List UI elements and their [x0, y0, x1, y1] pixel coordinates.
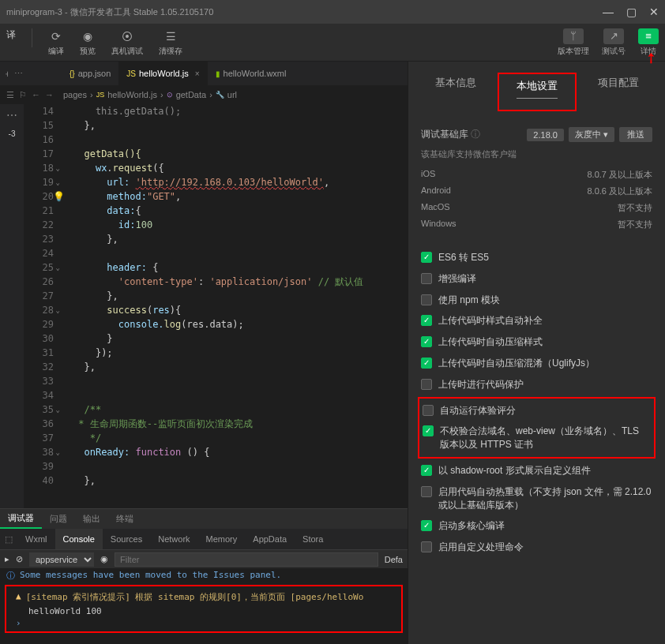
platform-row: MacOS暂不支持 [421, 200, 652, 216]
inspect-icon[interactable]: ⬚ [0, 534, 17, 545]
check-auto-compress[interactable]: 上传代码时自动压缩样式 [421, 331, 652, 353]
filter-input[interactable] [115, 552, 378, 567]
checkbox-icon [421, 294, 432, 305]
close-icon[interactable]: ✕ [649, 6, 659, 18]
eye-icon: ◉ [80, 28, 96, 44]
tab-sources[interactable]: Sources [103, 529, 150, 549]
config-icon[interactable]: ⋯ [14, 69, 23, 79]
annotation-box: ▲ [sitemap 索引情况提示] 根据 sitemap 的规则[0]，当前页… [5, 585, 403, 633]
chevron-right-icon: › [90, 90, 93, 99]
check-custom-cmd[interactable]: 启用自定义处理命令 [421, 537, 652, 558]
preview-button[interactable]: ◉ 预览 [80, 28, 96, 57]
check-protect[interactable]: 上传时进行代码保护 [421, 374, 652, 395]
tab-wxml[interactable]: Wxml [17, 529, 55, 549]
check-uglify[interactable]: 上传代码时自动压缩混淆（UglifyJs） [421, 353, 652, 374]
divider [32, 28, 32, 47]
code-content[interactable]: this.getData(); }, getData(){ wx.request… [58, 104, 408, 508]
clear-cache-button[interactable]: ☰ 清缓存 [159, 28, 182, 57]
context-select[interactable]: appservice [29, 552, 94, 567]
more-icon[interactable]: ⋯ [6, 109, 17, 122]
gray-select[interactable]: 灰度中 ▾ [569, 127, 614, 142]
version-button[interactable]: ᛘ 版本管理 [558, 28, 589, 57]
forward-icon[interactable]: → [45, 90, 54, 100]
tab-local-settings[interactable]: 本地设置 [498, 73, 577, 111]
collapse-icon[interactable]: ⫞ [5, 69, 9, 78]
bookmark-icon[interactable]: ⚐ [19, 90, 27, 100]
push-button[interactable]: 推送 [619, 127, 652, 142]
fold-icon[interactable]: ⌄ [56, 445, 60, 459]
fold-icon[interactable]: ⌄ [56, 303, 60, 317]
tab-basic-info[interactable]: 基本信息 [429, 73, 483, 111]
details-button[interactable]: ≡ 详情 [638, 28, 659, 57]
tab-memory[interactable]: Memory [198, 529, 246, 549]
check-hot-reload[interactable]: 启用代码自动热重载（不支持 json 文件，需 2.12.0 或以上基础库版本） [421, 481, 652, 516]
tab-helloworld-wxml[interactable]: ▮ helloWorld.wxml [208, 62, 295, 85]
chevron-right-icon: › [209, 90, 212, 99]
close-icon[interactable]: × [195, 69, 200, 78]
debug-lib-row: 调试基础库 ⓘ 2.18.0 灰度中 ▾ 推送 [421, 122, 652, 145]
tab-helloworld-js[interactable]: JS helloWorld.js × [118, 62, 207, 85]
check-style-complete[interactable]: 上传代码时样式自动补全 [421, 310, 652, 331]
tab-network[interactable]: Network [150, 529, 197, 549]
fold-icon[interactable]: ⌄ [56, 402, 60, 417]
tab-output[interactable]: 输出 [75, 509, 108, 529]
stack-icon: ☰ [163, 28, 178, 44]
clear-icon[interactable]: ⊘ [16, 554, 23, 564]
fold-icon[interactable]: ⌄ [56, 161, 60, 175]
annotation-box: 自动运行体验评分 不校验合法域名、web-view（业务域名）、TLS 版本以及… [418, 397, 656, 459]
tab-debugger[interactable]: 调试器 [0, 509, 42, 529]
checkbox-icon [421, 379, 432, 390]
play-icon[interactable]: ▸ [5, 554, 9, 564]
tab-storage[interactable]: Stora [295, 529, 331, 549]
check-auto-score[interactable]: 自动运行体验评分 [423, 400, 651, 421]
info-icon: ⓘ [6, 570, 15, 582]
refresh-icon: ⟳ [48, 28, 64, 44]
help-icon[interactable]: ⓘ [471, 129, 480, 140]
tab-appjson[interactable]: {} app.json [62, 62, 118, 85]
property-icon: 🔧 [216, 91, 224, 99]
compile-button[interactable]: ⟳ 编译 [48, 28, 64, 57]
line-gutter: 14 15 16 17 18⌄ 19⌄ 20💡 21 22 23 24 25⌄ … [24, 104, 58, 508]
mode-select[interactable]: 译 [6, 28, 16, 57]
warning-icon: ▲ [16, 591, 21, 601]
tab-console[interactable]: Console [55, 529, 103, 549]
tab-terminal[interactable]: 终端 [108, 509, 141, 529]
back-icon[interactable]: ← [32, 90, 40, 100]
eye-icon[interactable]: ◉ [100, 554, 108, 564]
check-enhance[interactable]: 增强编译 [421, 268, 652, 290]
check-no-verify[interactable]: 不校验合法域名、web-view（业务域名）、TLS 版本以及 HTTPS 证书 [423, 421, 651, 455]
console-log-line: helloWorld 100 [9, 605, 398, 618]
check-es6[interactable]: ES6 转 ES5 [421, 247, 652, 268]
sidebar-label: -3 [9, 129, 16, 138]
checkbox-icon [421, 273, 432, 284]
menu-icon[interactable]: ☰ [6, 90, 14, 100]
settings-checkboxes: ES6 转 ES5 增强编译 使用 npm 模块 上传代码时样式自动补全 上传代… [421, 247, 652, 558]
level-label[interactable]: Defa [385, 555, 403, 564]
fold-icon[interactable]: ⌄ [56, 260, 60, 275]
js-icon: JS [126, 69, 136, 78]
lib-desc: 该基础库支持微信客户端 [421, 145, 652, 167]
tab-project-config[interactable]: 项目配置 [592, 73, 645, 111]
details-tabs: 基本信息 本地设置 项目配置 [421, 66, 652, 122]
check-npm[interactable]: 使用 npm 模块 [421, 290, 652, 311]
check-shadow-root[interactable]: 以 shadow-root 形式展示自定义组件 [421, 460, 652, 481]
test-button[interactable]: ↗ 测试号 [602, 28, 626, 57]
tab-issues[interactable]: 问题 [42, 509, 75, 529]
console-prompt[interactable]: › [9, 618, 398, 628]
json-icon: {} [70, 69, 75, 78]
code-editor[interactable]: ⋯ -3 14 15 16 17 18⌄ 19⌄ 20💡 21 22 23 24… [0, 104, 408, 508]
debug-button[interactable]: ⦿ 真机调试 [111, 28, 143, 57]
toolbar-right: ᛘ 版本管理 ↗ 测试号 ≡ 详情 [558, 28, 659, 57]
tab-appdata[interactable]: AppData [245, 529, 295, 549]
check-multi-core[interactable]: 启动多核心编译 [421, 515, 652, 537]
main-area: ⫞ ⋯ {} app.json JS helloWorld.js × ▮ hel… [0, 62, 665, 644]
platform-row: Windows暂不支持 [421, 216, 652, 233]
main-toolbar: 译 ⟳ 编译 ◉ 预览 ⦿ 真机调试 ☰ 清缓存 ᛘ 版本管理 ↗ 测试号 ≡ [0, 24, 665, 62]
maximize-icon[interactable]: ▢ [626, 6, 637, 18]
breadcrumb: ☰ ⚐ ← → pages › JS helloWorld.js › ⊙ get… [0, 85, 408, 104]
minimize-icon[interactable]: — [603, 6, 614, 18]
version-badge[interactable]: 2.18.0 [527, 129, 564, 141]
lightbulb-icon[interactable]: 💡 [53, 189, 65, 204]
fold-icon[interactable]: ⌄ [56, 175, 60, 189]
devtool-tabs: ⬚ Wxml Console Sources Network Memory Ap… [0, 529, 408, 549]
